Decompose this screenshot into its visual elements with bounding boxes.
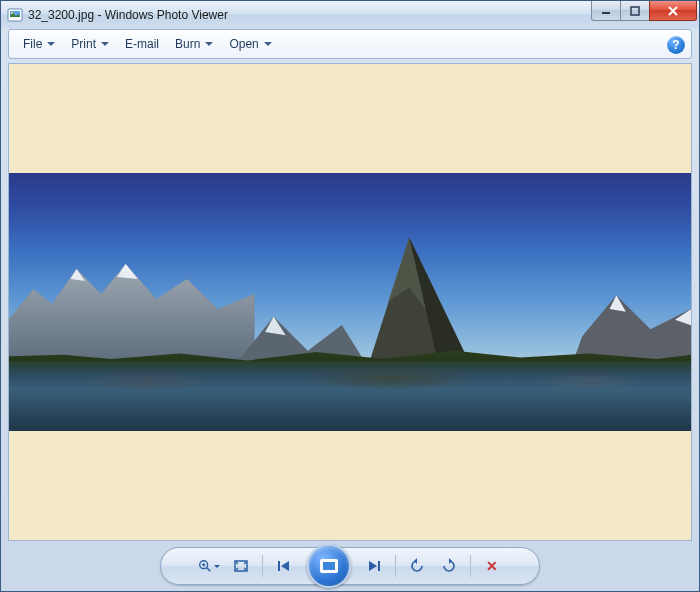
svg-rect-10 [278,561,280,571]
menu-open-label: Open [229,37,258,51]
menu-open[interactable]: Open [221,34,279,54]
minimize-button[interactable] [591,1,621,21]
zoom-button[interactable] [198,555,220,577]
rotate-cw-button[interactable] [438,555,460,577]
title-filename: 32_3200.jpg [28,8,94,22]
svg-rect-3 [602,12,610,14]
menu-burn-label: Burn [175,37,200,51]
help-icon: ? [672,38,679,52]
menu-file[interactable]: File [15,34,63,54]
delete-button[interactable]: ✕ [481,555,503,577]
svg-rect-4 [631,7,639,15]
photo-viewer-icon [7,7,23,23]
menubar: File Print E-mail Burn Open ? [8,29,692,59]
window-frame: 32_3200.jpg - Windows Photo Viewer File … [0,0,700,592]
maximize-button[interactable] [620,1,650,21]
chevron-down-icon [214,565,220,568]
svg-line-6 [206,568,210,572]
slideshow-icon [320,559,338,573]
menu-burn[interactable]: Burn [167,34,221,54]
svg-rect-11 [378,561,380,571]
titlebar[interactable]: 32_3200.jpg - Windows Photo Viewer [1,1,699,29]
image-viewport[interactable] [8,63,692,541]
window-buttons [592,1,697,21]
menu-email-label: E-mail [125,37,159,51]
menu-print-label: Print [71,37,96,51]
close-button[interactable] [649,1,697,21]
fit-window-button[interactable] [230,555,252,577]
menu-email[interactable]: E-mail [117,34,167,54]
chevron-down-icon [101,42,109,46]
menu-file-label: File [23,37,42,51]
chevron-down-icon [47,42,55,46]
previous-button[interactable] [273,555,295,577]
toolbar-separator [470,555,471,577]
toolbar-separator [262,555,263,577]
delete-icon: ✕ [486,558,498,574]
menu-print[interactable]: Print [63,34,117,54]
toolbar-separator [395,555,396,577]
next-button[interactable] [363,555,385,577]
chevron-down-icon [264,42,272,46]
help-button[interactable]: ? [667,36,685,54]
displayed-image [9,173,691,431]
slideshow-button[interactable] [307,544,351,588]
rotate-ccw-button[interactable] [406,555,428,577]
chevron-down-icon [205,42,213,46]
title-appname: Windows Photo Viewer [105,8,228,22]
title-separator: - [94,8,105,22]
window-title: 32_3200.jpg - Windows Photo Viewer [28,8,228,22]
bottom-toolbar: ✕ [160,547,540,585]
